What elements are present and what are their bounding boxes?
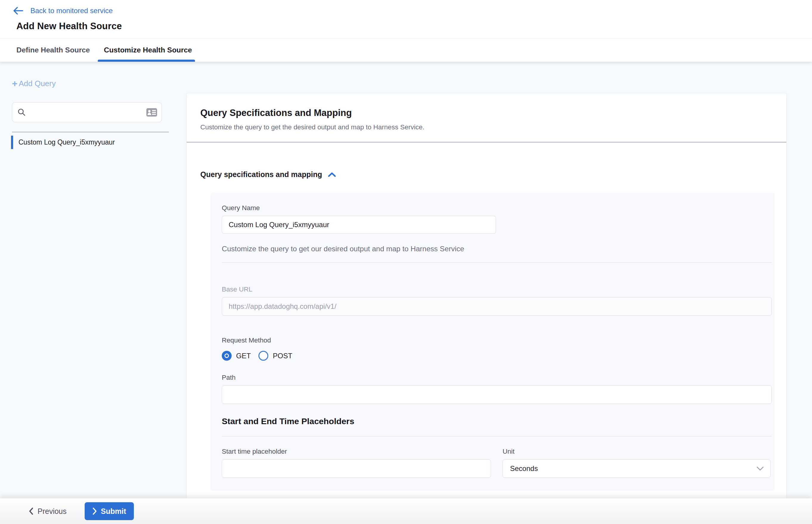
submit-label: Submit [101,507,126,515]
unit-field: Unit Seconds [503,448,770,478]
radio-get-label: GET [236,352,251,360]
chevron-up-icon[interactable] [328,172,336,177]
page: Back to monitored service Add New Health… [0,0,812,524]
card-divider [222,262,772,263]
contact-card-icon[interactable] [146,108,157,117]
plus-icon: + [12,80,18,87]
panel-header: Query Specifications and Mapping Customi… [186,93,786,143]
base-url-label: Base URL [222,285,772,293]
query-list-item[interactable]: Custom Log Query_i5xmyyuaur [12,133,186,151]
chevron-right-icon [93,507,97,515]
add-query-label: Add Query [19,79,56,88]
query-name-label: Query Name [222,204,772,212]
panel-subtitle: Customize the query to get the desired o… [200,124,773,131]
section-toggle[interactable]: Query specifications and mapping [200,170,773,179]
content-area: + Add Query [0,62,812,498]
previous-label: Previous [37,507,66,515]
request-method-group: GET POST [222,351,772,361]
path-input[interactable] [222,386,772,404]
start-time-input[interactable] [222,459,491,478]
base-url-input[interactable] [222,297,772,316]
back-arrow-icon[interactable] [13,7,23,15]
query-name-input[interactable] [222,216,496,234]
tab-bar: Define Health Source Customize Health So… [0,38,812,62]
query-item-label: Custom Log Query_i5xmyyuaur [18,138,115,146]
radio-post-label: POST [273,352,292,360]
sidebar: + Add Query [0,62,186,498]
radio-option-post[interactable]: POST [258,351,292,361]
main-panel: Query Specifications and Mapping Customi… [186,93,786,498]
sidebar-divider [12,132,169,132]
panel-title: Query Specifications and Mapping [200,108,773,118]
query-name-helper: Customize the query to get our desired o… [222,245,772,253]
path-label: Path [222,374,772,381]
time-placeholders-heading: Start and End Time Placeholders [222,416,772,426]
search-icon [18,108,26,116]
radio-checked-icon [222,351,232,361]
add-query-button[interactable]: + Add Query [12,79,56,88]
unit-label: Unit [503,448,770,456]
section-title: Query specifications and mapping [200,170,322,179]
unit-select[interactable]: Seconds [503,459,770,478]
start-time-field: Start time placeholder [222,448,491,478]
selected-indicator [11,136,13,149]
chevron-down-icon [757,466,764,471]
submit-button[interactable]: Submit [85,502,134,520]
query-mapping-card: Query Name Customize the query to get ou… [210,193,775,491]
radio-option-get[interactable]: GET [222,351,251,361]
query-list: Custom Log Query_i5xmyyuaur [12,133,186,151]
chevron-left-icon [29,507,33,515]
back-link[interactable]: Back to monitored service [30,6,113,15]
tab-define-health-source[interactable]: Define Health Source [16,38,90,62]
footer: Previous Submit [0,498,812,524]
previous-button[interactable]: Previous [29,507,66,515]
unit-select-value: Seconds [510,464,538,473]
radio-unchecked-icon [258,351,268,361]
header: Back to monitored service Add New Health… [0,0,812,62]
query-search-box [12,102,162,122]
panel-body: Query specifications and mapping Query N… [186,143,786,498]
start-time-label: Start time placeholder [222,448,491,456]
page-title: Add New Health Source [16,21,812,32]
time-placeholder-row: Start time placeholder Unit Seconds [222,448,772,478]
back-row: Back to monitored service [0,0,812,15]
request-method-label: Request Method [222,337,772,344]
search-input[interactable] [26,108,146,116]
tab-customize-health-source[interactable]: Customize Health Source [104,38,192,62]
